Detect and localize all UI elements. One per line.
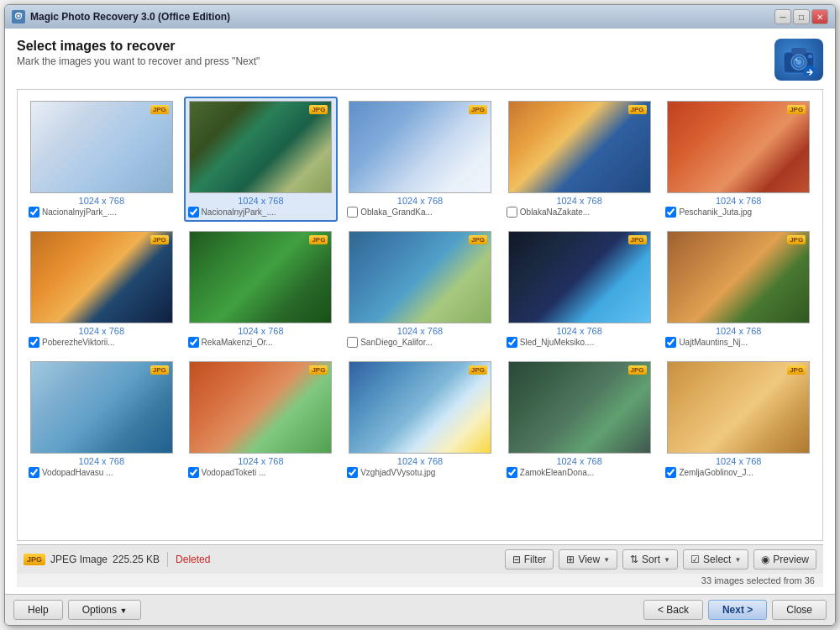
thumbnail-item[interactable]: JPG1024 x 768RekaMakenzi_Or... xyxy=(184,227,339,352)
jpg-badge: JPG xyxy=(628,235,647,244)
thumbnail-image: JPG xyxy=(667,231,810,323)
thumb-label-row: VodopadToketi ... xyxy=(188,467,334,478)
thumbnail-image: JPG xyxy=(508,231,651,323)
thumb-dimensions: 1024 x 768 xyxy=(397,196,443,206)
filter-icon: ⊟ xyxy=(512,554,521,565)
thumbnail-item[interactable]: JPG1024 x 768ZamokEleanDona... xyxy=(502,357,657,482)
thumb-checkbox[interactable] xyxy=(665,337,676,348)
svg-rect-10 xyxy=(808,55,812,58)
thumbnail-item[interactable]: JPG1024 x 768Oblaka_GrandKa... xyxy=(343,97,497,222)
filter-button[interactable]: ⊟ Filter xyxy=(505,549,554,570)
jpg-badge: JPG xyxy=(787,365,806,375)
thumb-checkbox[interactable] xyxy=(347,337,358,348)
jpg-badge: JPG xyxy=(628,365,647,375)
thumb-checkbox[interactable] xyxy=(29,207,39,218)
thumbnail-item[interactable]: JPG1024 x 768OblakaNaZakate... xyxy=(502,97,657,222)
thumb-filename: ZemljaGoblinov_J... xyxy=(679,468,753,477)
svg-point-9 xyxy=(795,59,798,61)
thumbnail-item[interactable]: JPG1024 x 768Peschanik_Juta.jpg xyxy=(661,97,816,222)
thumb-checkbox[interactable] xyxy=(29,467,39,478)
thumb-label-row: Sled_NjuMeksiko.... xyxy=(507,337,653,348)
thumb-checkbox[interactable] xyxy=(665,207,676,218)
thumb-checkbox[interactable] xyxy=(507,467,517,478)
thumbnail-item[interactable]: JPG1024 x 768ZemljaGoblinov_J... xyxy=(661,357,816,482)
jpg-badge: JPG xyxy=(628,105,647,114)
thumbnail-image: JPG xyxy=(189,361,332,454)
thumb-dimensions: 1024 x 768 xyxy=(79,326,124,336)
thumbnail-item[interactable]: JPG1024 x 768PoberezheViktorii... xyxy=(24,227,179,352)
thumb-filename: VodopadHavasu ... xyxy=(42,468,113,477)
close-window-button[interactable]: ✕ xyxy=(811,9,828,24)
thumb-filename: VzghjadVVysotu.jpg xyxy=(360,468,435,477)
options-button[interactable]: Options ▼ xyxy=(68,600,142,620)
thumb-checkbox[interactable] xyxy=(29,337,39,348)
preview-button[interactable]: ◉ Preview xyxy=(753,549,816,570)
thumbnail-item[interactable]: JPG1024 x 768NacionalnyjPark_.... xyxy=(184,97,339,222)
view-label: View xyxy=(578,554,600,565)
file-type-badge: JPG xyxy=(24,554,45,565)
thumb-filename: PoberezheViktorii... xyxy=(42,338,115,347)
minimize-button[interactable]: ─ xyxy=(774,9,791,24)
jpg-badge: JPG xyxy=(787,235,806,244)
bottom-toolbar: JPG JPEG Image 225.25 KB Deleted ⊟ Filte… xyxy=(17,544,823,574)
jpg-badge: JPG xyxy=(309,235,328,244)
thumb-checkbox[interactable] xyxy=(347,467,358,478)
thumb-filename: Sled_NjuMeksiko.... xyxy=(520,338,594,347)
thumb-checkbox[interactable] xyxy=(188,207,199,218)
sort-icon: ⇅ xyxy=(630,554,638,565)
thumbnail-image: JPG xyxy=(349,231,491,323)
thumbnail-grid-container[interactable]: JPG1024 x 768NacionalnyjPark_....JPG1024… xyxy=(17,89,823,541)
select-checkbox-icon: ☑ xyxy=(690,554,700,565)
thumb-label-row: Oblaka_GrandKa... xyxy=(347,207,493,218)
jpg-badge: JPG xyxy=(469,235,487,244)
app-icon xyxy=(12,10,25,24)
thumb-checkbox[interactable] xyxy=(507,337,517,348)
thumbnail-item[interactable]: JPG1024 x 768VodopadToketi ... xyxy=(184,357,339,482)
thumb-label-row: UajtMauntins_Nj... xyxy=(665,337,811,348)
svg-point-1 xyxy=(18,15,20,18)
thumbnail-item[interactable]: JPG1024 x 768Sled_NjuMeksiko.... xyxy=(502,227,657,352)
thumb-checkbox[interactable] xyxy=(507,207,517,218)
main-window: Magic Photo Recovery 3.0 (Office Edition… xyxy=(4,4,836,626)
view-icon: ⊞ xyxy=(566,554,575,565)
selection-count: 33 images selected from 36 xyxy=(701,575,815,585)
thumbnail-item[interactable]: JPG1024 x 768NacionalnyjPark_.... xyxy=(24,97,179,222)
thumb-checkbox[interactable] xyxy=(665,467,676,478)
thumb-filename: Peschanik_Juta.jpg xyxy=(679,207,752,217)
header-section: Select images to recover Mark the images… xyxy=(17,39,823,81)
next-button[interactable]: Next > xyxy=(708,600,767,620)
thumb-label-row: NacionalnyjPark_.... xyxy=(188,207,334,218)
thumb-dimensions: 1024 x 768 xyxy=(238,326,283,336)
thumbnail-item[interactable]: JPG1024 x 768UajtMauntins_Nj... xyxy=(661,227,816,352)
back-button[interactable]: < Back xyxy=(643,600,703,620)
close-button[interactable]: Close xyxy=(772,600,827,620)
thumb-dimensions: 1024 x 768 xyxy=(238,196,283,206)
help-button[interactable]: Help xyxy=(13,600,63,620)
thumb-checkbox[interactable] xyxy=(188,337,199,348)
thumb-filename: NacionalnyjPark_.... xyxy=(202,207,276,217)
view-button[interactable]: ⊞ View ▼ xyxy=(559,549,617,570)
svg-rect-3 xyxy=(21,13,23,14)
jpg-badge: JPG xyxy=(309,105,328,114)
toolbar-divider-1 xyxy=(167,552,168,567)
jpg-badge: JPG xyxy=(150,235,169,244)
sort-button[interactable]: ⇅ Sort ▼ xyxy=(622,549,678,570)
thumbnail-item[interactable]: JPG1024 x 768VzghjadVVysotu.jpg xyxy=(343,357,497,482)
thumbnail-item[interactable]: JPG1024 x 768VodopadHavasu ... xyxy=(24,357,179,482)
thumbnail-image: JPG xyxy=(30,101,173,193)
thumbnail-grid: JPG1024 x 768NacionalnyjPark_....JPG1024… xyxy=(18,90,822,489)
thumb-dimensions: 1024 x 768 xyxy=(716,456,761,466)
maximize-button[interactable]: □ xyxy=(793,9,810,24)
thumbnail-image: JPG xyxy=(508,101,651,193)
thumb-filename: UajtMauntins_Nj... xyxy=(679,338,748,347)
status-bar: 33 images selected from 36 xyxy=(17,574,823,587)
thumb-checkbox[interactable] xyxy=(188,467,199,478)
select-button[interactable]: ☑ Select ▼ xyxy=(683,549,748,570)
thumbnail-image: JPG xyxy=(189,101,332,193)
thumb-checkbox[interactable] xyxy=(347,207,358,218)
thumbnail-image: JPG xyxy=(667,101,810,193)
thumb-label-row: ZamokEleanDona... xyxy=(507,467,653,478)
thumbnail-item[interactable]: JPG1024 x 768SanDiego_Kalifor... xyxy=(343,227,497,352)
thumb-label-row: ZemljaGoblinov_J... xyxy=(665,467,811,478)
file-type-label: JPEG Image xyxy=(50,554,108,565)
